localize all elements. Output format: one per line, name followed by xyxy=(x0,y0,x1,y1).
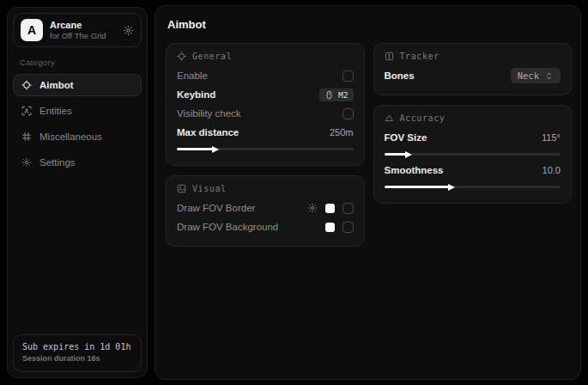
gear-icon[interactable] xyxy=(123,25,134,36)
sidebar-nav: Aimbot Entities Miscellaneous Settings xyxy=(13,74,142,174)
card-title: General xyxy=(192,52,232,61)
visibility-check-label: Visibility check xyxy=(177,108,241,119)
app-title-block: Arcane for Off The Grid xyxy=(50,20,116,41)
app-subtitle: for Off The Grid xyxy=(50,31,116,41)
chevrons-up-down-icon xyxy=(544,71,554,81)
grid-icon xyxy=(21,131,32,142)
max-distance-row: Max distance 250m xyxy=(177,123,354,142)
keybind-button[interactable]: M2 xyxy=(319,89,353,101)
draw-fov-border-checkbox[interactable] xyxy=(342,203,354,214)
sidebar-item-label: Aimbot xyxy=(39,80,74,90)
slider-fill xyxy=(385,186,450,188)
mouse-icon xyxy=(324,90,334,100)
crosshair-icon xyxy=(21,80,32,90)
main-panel: Aimbot General Enable K xyxy=(155,5,581,380)
keybind-value: M2 xyxy=(338,90,348,100)
smoothness-row: Smoothness 10.0 xyxy=(385,161,561,180)
draw-fov-background-checkbox[interactable] xyxy=(342,222,354,233)
slider-fill xyxy=(385,153,408,156)
keybind-label: Keybind xyxy=(177,89,215,100)
category-label: Category xyxy=(20,58,136,67)
card-title: Accuracy xyxy=(400,113,446,123)
tracker-icon xyxy=(385,52,394,61)
app-window: A Arcane for Off The Grid Category Aimbo… xyxy=(0,0,588,385)
max-distance-slider[interactable] xyxy=(177,148,354,150)
visual-card: Visual Draw FOV Border Draw xyxy=(166,175,365,247)
slider-thumb[interactable] xyxy=(448,184,455,191)
bones-row: Bones Neck xyxy=(385,66,561,85)
max-distance-label: Max distance xyxy=(177,127,239,138)
subscription-info: Sub expires in 1d 01h Session duration 1… xyxy=(13,334,142,372)
triangle-icon xyxy=(385,113,394,123)
sidebar-item-miscellaneous[interactable]: Miscellaneous xyxy=(13,125,142,148)
general-card: General Enable Keybind M2 xyxy=(166,43,365,166)
gear-icon xyxy=(21,157,32,168)
bones-select[interactable]: Neck xyxy=(511,68,561,83)
fov-background-color-swatch[interactable] xyxy=(325,223,335,232)
accuracy-card: Accuracy FOV Size 115° Smoothness 10.0 xyxy=(373,105,573,204)
visibility-check-row: Visibility check xyxy=(177,104,354,123)
app-name: Arcane xyxy=(50,20,116,31)
smoothness-value: 10.0 xyxy=(543,165,561,175)
card-title: Tracker xyxy=(400,52,439,61)
entities-scan-icon xyxy=(21,106,32,116)
sidebar-item-label: Entities xyxy=(39,106,72,116)
enable-label: Enable xyxy=(177,70,208,81)
smoothness-slider[interactable] xyxy=(385,186,561,188)
app-header: A Arcane for Off The Grid xyxy=(13,13,142,47)
page-title: Aimbot xyxy=(167,18,572,31)
fov-size-slider[interactable] xyxy=(385,153,561,156)
fov-size-row: FOV Size 115° xyxy=(385,128,561,147)
draw-fov-background-row: Draw FOV Background xyxy=(177,217,354,236)
draw-fov-border-label: Draw FOV Border xyxy=(177,203,255,213)
gear-icon[interactable] xyxy=(307,203,318,213)
sidebar-item-label: Settings xyxy=(39,157,76,168)
draw-fov-background-label: Draw FOV Background xyxy=(177,222,278,232)
sidebar-item-aimbot[interactable]: Aimbot xyxy=(13,74,142,96)
visual-card-header: Visual xyxy=(177,184,354,193)
fov-border-color-swatch[interactable] xyxy=(325,204,335,213)
sidebar-item-entities[interactable]: Entities xyxy=(13,100,142,122)
crosshair-icon xyxy=(177,52,186,61)
tracker-card-header: Tracker xyxy=(385,52,561,61)
smoothness-label: Smoothness xyxy=(385,165,444,175)
fov-size-value: 115° xyxy=(542,132,561,143)
tracker-card: Tracker Bones Neck xyxy=(373,43,573,95)
keybind-row: Keybind M2 xyxy=(177,85,354,104)
max-distance-value: 250m xyxy=(330,127,354,138)
sub-expiry-text: Sub expires in 1d 01h xyxy=(22,341,132,353)
sidebar: A Arcane for Off The Grid Category Aimbo… xyxy=(7,7,148,378)
sidebar-item-label: Miscellaneous xyxy=(39,131,102,142)
session-duration-text: Session duration 16s xyxy=(22,353,132,364)
sidebar-item-settings[interactable]: Settings xyxy=(13,151,142,174)
bones-selected-value: Neck xyxy=(518,70,539,81)
slider-thumb[interactable] xyxy=(212,146,219,153)
accuracy-card-header: Accuracy xyxy=(385,113,561,123)
bones-label: Bones xyxy=(385,70,415,81)
app-logo: A xyxy=(21,19,43,41)
visibility-check-checkbox[interactable] xyxy=(342,108,354,119)
slider-fill xyxy=(177,148,214,150)
general-card-header: General xyxy=(177,52,354,61)
enable-checkbox[interactable] xyxy=(342,70,354,82)
slider-thumb[interactable] xyxy=(405,151,412,158)
enable-row: Enable xyxy=(177,66,354,85)
image-icon xyxy=(177,184,186,193)
card-title: Visual xyxy=(192,184,227,193)
fov-size-label: FOV Size xyxy=(385,132,427,143)
draw-fov-border-row: Draw FOV Border xyxy=(177,199,354,217)
